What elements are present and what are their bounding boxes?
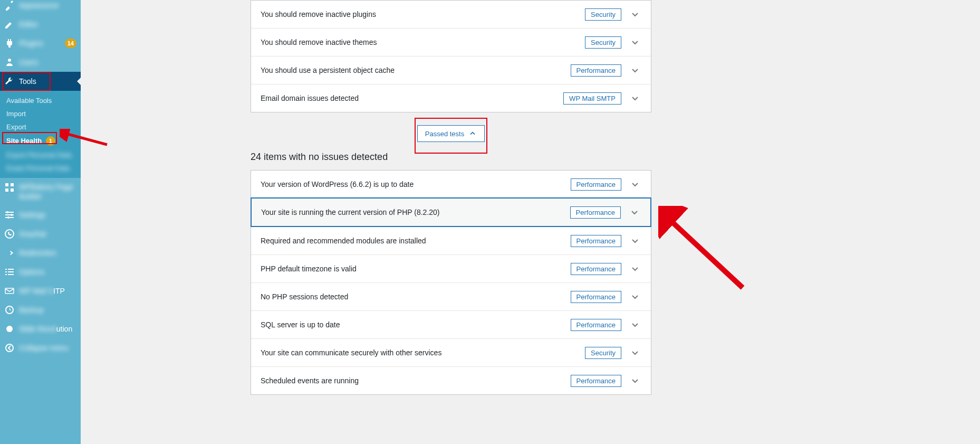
chevron-down-icon[interactable] <box>629 8 641 21</box>
plugin-icon <box>4 38 15 49</box>
sidebar-item-label: Slide Revolution <box>19 325 76 333</box>
health-check-tag: Performance <box>571 319 621 331</box>
sidebar-item-collapse-menu[interactable]: Collapse menu <box>0 338 81 357</box>
sidebar-item-settings[interactable]: Settings <box>0 205 81 224</box>
sidebar-item-label: Plugins <box>19 39 59 48</box>
submenu-import[interactable]: Import <box>0 107 81 120</box>
health-check-row[interactable]: PHP default timezone is valid Performanc… <box>251 254 651 282</box>
health-check-row[interactable]: Email domain issues detected WP Mail SMT… <box>251 84 651 112</box>
health-check-row[interactable]: Your site can communicate securely with … <box>251 338 651 366</box>
sidebar-item-label: Editor <box>19 20 76 29</box>
sidebar-item-label: Users <box>19 58 76 67</box>
health-check-text: Your site can communicate securely with … <box>261 348 585 357</box>
issues-panel: You should remove inactive plugins Secur… <box>251 0 651 112</box>
svg-rect-15 <box>8 271 14 272</box>
mail-icon <box>4 286 15 296</box>
sidebar-item-label: Appearance <box>19 1 76 10</box>
sidebar-item-plugins[interactable]: Plugins 14 <box>0 34 81 53</box>
health-check-row[interactable]: No PHP sessions detected Performance <box>251 282 651 310</box>
sidebar-item-appearance[interactable]: Appearance <box>0 0 81 15</box>
submenu-label: Export Personal Data <box>6 151 72 159</box>
chevron-down-icon[interactable] <box>629 262 641 275</box>
submenu-available-tools[interactable]: Available Tools <box>0 94 81 107</box>
user-icon <box>4 57 15 68</box>
chevron-down-icon[interactable] <box>629 346 641 359</box>
sidebar-item-redirection[interactable]: Redirection <box>0 243 81 262</box>
whatsapp-icon <box>4 229 15 239</box>
svg-line-23 <box>666 216 743 288</box>
site-health-badge: 1 <box>46 136 55 146</box>
health-check-row[interactable]: You should remove inactive plugins Secur… <box>251 1 651 28</box>
admin-sidebar: Appearance Editor Plugins 14 Users Tools… <box>0 0 81 416</box>
svg-rect-4 <box>11 188 14 192</box>
health-check-tag: Performance <box>571 291 621 303</box>
chevron-down-icon[interactable] <box>629 374 641 387</box>
chevron-down-icon[interactable] <box>629 178 641 191</box>
health-check-row[interactable]: You should remove inactive themes Securi… <box>251 28 651 56</box>
health-check-tag: Performance <box>571 235 621 247</box>
sidebar-item-tools[interactable]: Tools <box>0 72 81 91</box>
health-check-row[interactable]: SQL server is up to date Performance <box>251 310 651 338</box>
sidebar-item-label: Backup <box>19 306 76 314</box>
health-check-row[interactable]: Scheduled events are running Performance <box>251 366 651 394</box>
health-check-tag: Performance <box>571 375 621 387</box>
health-check-row[interactable]: Your version of WordPress (6.6.2) is up … <box>251 171 651 198</box>
submenu-label: Erase Personal Data <box>6 164 70 172</box>
passed-panel: Your version of WordPress (6.6.2) is up … <box>251 170 651 395</box>
sidebar-item-wpbakery[interactable]: WPBakery Page Builder <box>0 178 81 205</box>
sidebar-item-slider-revolution[interactable]: Slide Revolution <box>0 319 81 338</box>
health-check-row[interactable]: You should use a persistent object cache… <box>251 56 651 84</box>
backup-icon <box>4 305 15 315</box>
plugins-update-badge: 14 <box>65 39 76 48</box>
submenu-export-personal-data[interactable]: Export Personal Data <box>0 148 81 162</box>
health-check-text: Email domain issues detected <box>261 94 563 102</box>
grid-icon <box>4 182 15 193</box>
health-check-row-php[interactable]: Your site is running the current version… <box>251 197 651 227</box>
passed-section-title: 24 items with no issues detected <box>251 152 651 163</box>
chevron-up-icon <box>468 129 477 138</box>
chevron-down-icon[interactable] <box>629 36 641 49</box>
health-check-text: Your site is running the current version… <box>261 208 570 216</box>
submenu-label: Export <box>6 123 26 131</box>
health-check-text: No PHP sessions detected <box>261 292 571 301</box>
chevron-down-icon[interactable] <box>629 318 641 331</box>
svg-point-10 <box>7 216 9 219</box>
health-check-text: Scheduled events are running <box>261 376 571 385</box>
chevron-down-icon[interactable] <box>629 290 641 303</box>
svg-point-20 <box>6 326 13 332</box>
tools-submenu: Available Tools Import Export Site Healt… <box>0 91 81 178</box>
annotation-arrow-php-row <box>658 206 748 296</box>
health-check-text: Your version of WordPress (6.6.2) is up … <box>261 180 571 188</box>
sidebar-item-wp-mail-smtp[interactable]: WP Mail SITP <box>0 281 81 300</box>
sidebar-item-editor[interactable]: Editor <box>0 15 81 34</box>
sidebar-item-label: Redirection <box>19 249 76 257</box>
health-check-row[interactable]: Required and recommended modules are ins… <box>251 226 651 254</box>
svg-rect-18 <box>5 288 14 294</box>
submenu-site-health[interactable]: Site Health 1 <box>0 134 81 148</box>
health-check-text: You should remove inactive themes <box>261 38 585 46</box>
sidebar-item-users[interactable]: Users <box>0 53 81 72</box>
chevron-down-icon[interactable] <box>628 206 641 219</box>
submenu-label: Site Health <box>6 137 42 145</box>
sidebar-item-backup[interactable]: Backup <box>0 300 81 319</box>
svg-rect-16 <box>5 274 7 275</box>
sidebar-item-label: WPBakery Page Builder <box>19 182 76 201</box>
sidebar-item-label: Settings <box>19 211 76 219</box>
submenu-label: Available Tools <box>6 97 52 105</box>
chevron-down-icon[interactable] <box>629 92 641 105</box>
health-check-tag: Performance <box>571 178 621 191</box>
chevron-down-icon[interactable] <box>629 64 641 77</box>
wrench-icon <box>4 76 15 87</box>
pencil-icon <box>4 19 15 30</box>
svg-rect-2 <box>11 183 14 186</box>
health-check-tag: Security <box>585 8 621 21</box>
passed-tests-toggle[interactable]: Passed tests <box>417 125 485 142</box>
submenu-erase-personal-data[interactable]: Erase Personal Data <box>0 162 81 175</box>
health-check-tag: Performance <box>571 263 621 275</box>
sidebar-item-options[interactable]: Options <box>0 262 81 281</box>
sidebar-item-label: Collapse menu <box>19 344 76 352</box>
sidebar-item-snazhat[interactable]: Snazhat <box>0 224 81 243</box>
chevron-down-icon[interactable] <box>629 234 641 247</box>
submenu-export[interactable]: Export <box>0 120 81 134</box>
svg-point-9 <box>11 214 13 216</box>
